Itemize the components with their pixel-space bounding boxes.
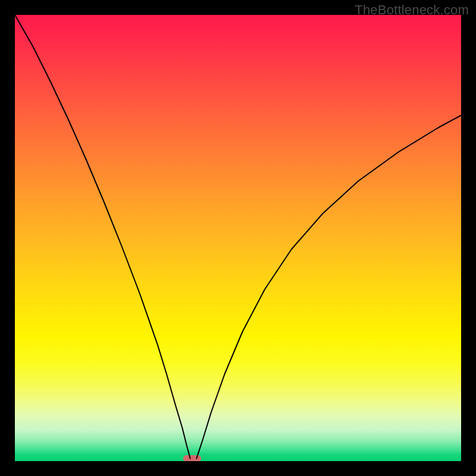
heat-gradient	[15, 15, 461, 461]
plot-area	[15, 15, 461, 461]
optimal-marker	[183, 455, 201, 461]
chart-frame: TheBottleneck.com	[0, 0, 476, 476]
watermark-text: TheBottleneck.com	[355, 2, 469, 18]
